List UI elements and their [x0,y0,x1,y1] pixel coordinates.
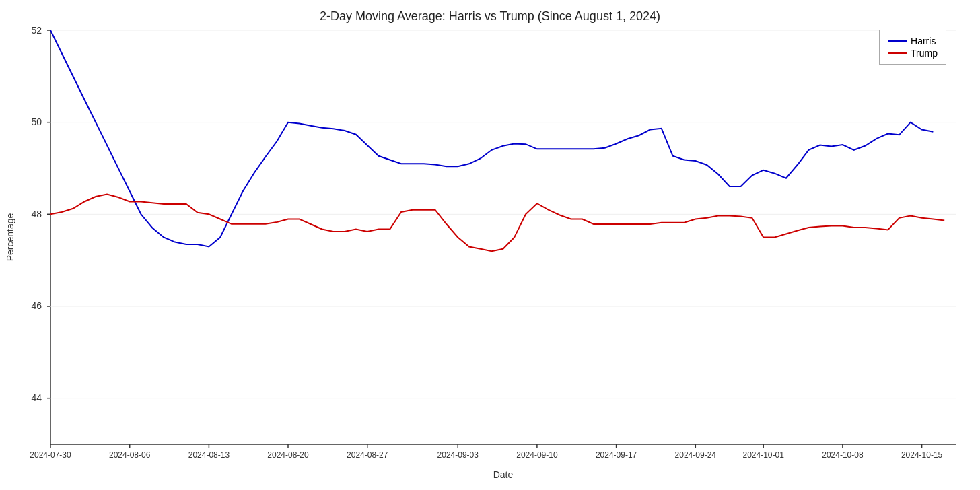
svg-text:44: 44 [31,392,42,403]
legend-item-trump: Trump [888,48,938,59]
svg-text:2024-08-20: 2024-08-20 [267,450,309,460]
svg-text:46: 46 [31,300,42,311]
svg-text:2024-09-03: 2024-09-03 [438,450,479,460]
svg-text:48: 48 [31,209,42,219]
chart-container: 2-Day Moving Average: Harris vs Trump (S… [0,0,980,490]
svg-text:2024-10-08: 2024-10-08 [822,450,864,460]
harris-legend-line [888,40,907,42]
svg-text:2024-10-15: 2024-10-15 [901,450,943,460]
chart-legend: Harris Trump [879,30,946,65]
svg-text:2024-10-01: 2024-10-01 [743,450,785,460]
svg-text:2024-09-17: 2024-09-17 [596,450,637,460]
svg-text:2024-08-13: 2024-08-13 [188,450,230,460]
svg-text:Percentage: Percentage [5,213,15,261]
harris-legend-label: Harris [911,36,936,46]
trump-legend-label: Trump [911,48,938,59]
svg-text:2024-08-06: 2024-08-06 [109,450,151,460]
svg-text:52: 52 [31,25,42,36]
svg-text:2024-09-10: 2024-09-10 [516,450,558,460]
svg-text:Date: Date [493,469,514,480]
svg-text:2024-07-30: 2024-07-30 [30,450,71,460]
legend-item-harris: Harris [888,36,938,46]
trump-line [50,195,944,252]
trump-legend-line [888,53,907,54]
chart-svg: 52 50 48 46 44 2024-07-30 [0,0,980,490]
svg-text:2024-09-24: 2024-09-24 [675,450,717,460]
svg-text:50: 50 [31,116,42,127]
svg-text:2024-08-27: 2024-08-27 [347,450,388,460]
